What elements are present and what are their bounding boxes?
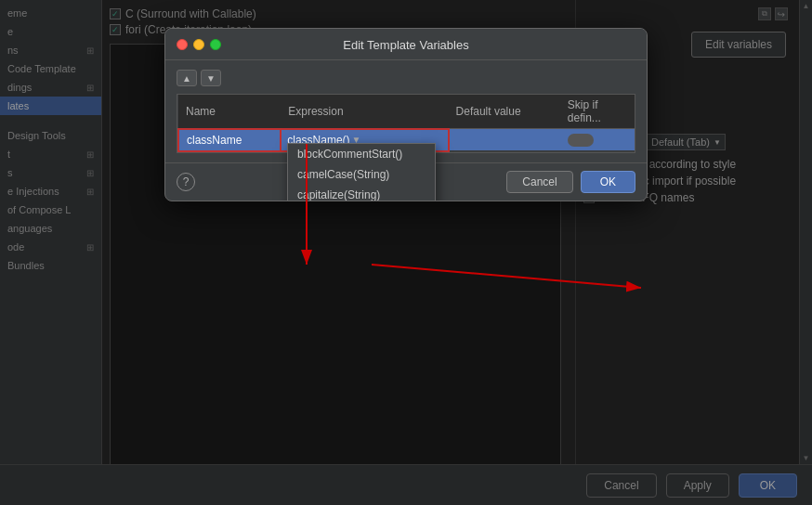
edit-template-variables-dialog: Edit Template Variables ▲ ▼ Name Express…	[164, 28, 648, 201]
modal-overlay: Edit Template Variables ▲ ▼ Name Express…	[0, 0, 812, 505]
traffic-lights	[177, 39, 221, 50]
modal-cancel-button[interactable]: Cancel	[506, 171, 572, 193]
skip-cell	[560, 129, 635, 151]
dropdown-item-capitalize[interactable]: capitalize(String)	[288, 185, 435, 201]
table-header-row: Name Expression Default value Skip if de…	[178, 95, 635, 129]
svg-line-3	[372, 265, 641, 288]
dropdown-item-blockcommentstart[interactable]: blockCommentStart()	[288, 144, 435, 164]
nav-down-arrow[interactable]: ▼	[201, 70, 221, 86]
col-header-expression: Expression	[281, 95, 448, 129]
name-cell: className	[178, 129, 281, 151]
modal-ok-button[interactable]: OK	[581, 171, 635, 193]
help-button[interactable]: ?	[177, 173, 195, 191]
expression-dropdown: blockCommentStart() camelCase(String) ca…	[287, 143, 436, 201]
modal-title: Edit Template Variables	[343, 38, 468, 52]
maximize-button[interactable]	[210, 39, 221, 50]
variables-table-container: Name Expression Default value Skip if de…	[177, 94, 635, 153]
modal-titlebar: Edit Template Variables	[165, 29, 647, 60]
default-value-cell[interactable]	[449, 129, 560, 151]
close-button[interactable]	[177, 39, 188, 50]
col-header-skip: Skip if defin...	[560, 95, 635, 129]
dropdown-item-camelcase[interactable]: camelCase(String)	[288, 164, 435, 185]
minimize-button[interactable]	[193, 39, 204, 50]
nav-up-arrow[interactable]: ▲	[177, 70, 197, 86]
modal-nav: ▲ ▼	[177, 70, 635, 86]
skip-toggle[interactable]	[568, 134, 594, 147]
modal-body: ▲ ▼ Name Expression Default value Skip i…	[165, 60, 647, 162]
col-header-name: Name	[178, 95, 281, 129]
col-header-default: Default value	[449, 95, 560, 129]
